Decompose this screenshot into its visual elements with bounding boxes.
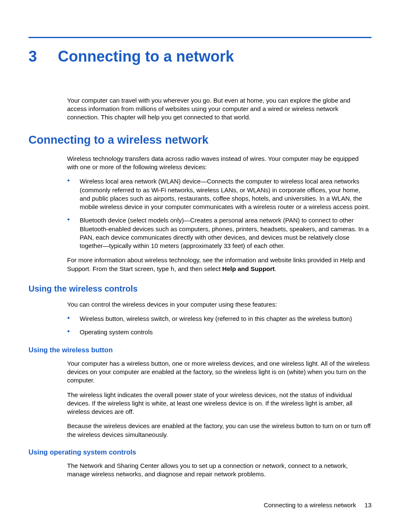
section-wireless-controls-heading: Using the wireless controls bbox=[29, 283, 371, 294]
page-footer: Connecting to a wireless network 13 bbox=[264, 501, 371, 509]
list-item: Operating system controls bbox=[67, 328, 371, 336]
list-item: Bluetooth device (select models only)—Cr… bbox=[67, 216, 371, 250]
section-os-controls-heading: Using operating system controls bbox=[29, 447, 371, 457]
section2-intro: You can control the wireless devices in … bbox=[67, 300, 371, 309]
footer-section-label: Connecting to a wireless network bbox=[264, 501, 356, 509]
section-wireless-network-heading: Connecting to a wireless network bbox=[29, 132, 371, 147]
footer-page-number: 13 bbox=[364, 501, 371, 509]
chapter-number: 3 bbox=[29, 46, 37, 67]
text-fragment: . bbox=[275, 265, 276, 272]
chapter-intro: Your computer can travel with you wherev… bbox=[67, 96, 371, 122]
document-page: 3 Connecting to a network Your computer … bbox=[0, 0, 400, 479]
section4-para: The Network and Sharing Center allows yo… bbox=[67, 462, 371, 479]
wireless-controls-list: Wireless button, wireless switch, or wir… bbox=[67, 315, 371, 337]
chapter-heading: 3 Connecting to a network bbox=[29, 46, 371, 67]
section3-para3: Because the wireless devices are enabled… bbox=[67, 422, 371, 439]
section3-para2: The wireless light indicates the overall… bbox=[67, 391, 371, 416]
chapter-title: Connecting to a network bbox=[58, 46, 234, 67]
wireless-devices-list: Wireless local area network (WLAN) devic… bbox=[67, 177, 371, 250]
key-literal: h bbox=[171, 266, 174, 273]
list-item: Wireless local area network (WLAN) devic… bbox=[67, 177, 371, 211]
section1-more-info: For more information about wireless tech… bbox=[67, 256, 371, 274]
bold-label: Help and Support bbox=[222, 265, 275, 272]
top-rule bbox=[29, 37, 371, 38]
section3-para1: Your computer has a wireless button, one… bbox=[67, 359, 371, 385]
text-fragment: , and then select bbox=[174, 265, 222, 272]
section-wireless-button-heading: Using the wireless button bbox=[29, 345, 371, 354]
list-item: Wireless button, wireless switch, or wir… bbox=[67, 315, 371, 323]
section1-intro: Wireless technology transfers data acros… bbox=[67, 155, 371, 172]
